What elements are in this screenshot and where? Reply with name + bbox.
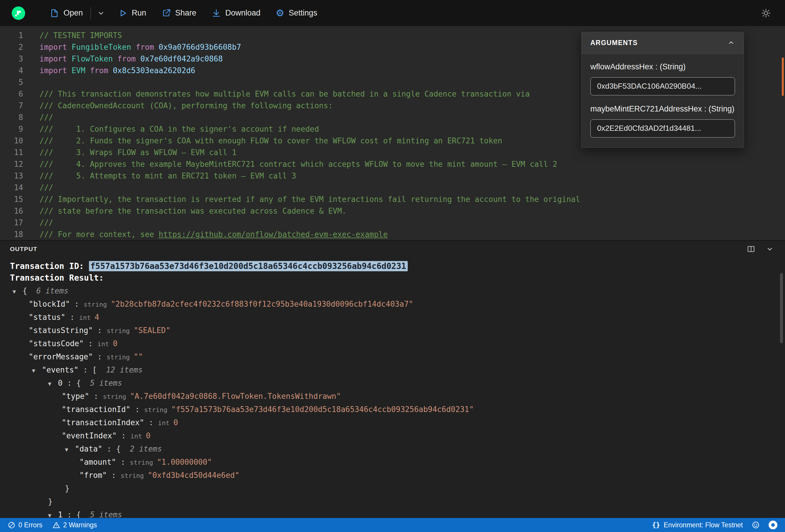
argument-input-wflowAddressHex[interactable]: [590, 77, 735, 95]
json-typ: int: [158, 419, 173, 427]
json-num: 0: [146, 431, 151, 440]
json-colon: :: [102, 445, 116, 453]
theme-toggle-button[interactable]: [759, 8, 773, 18]
json-brace: [: [92, 365, 97, 374]
code-token: FungibleToken: [72, 43, 131, 51]
json-colon: :: [130, 405, 144, 414]
run-button-label: Run: [132, 8, 146, 18]
collapse-toggle-icon[interactable]: ▼: [32, 364, 42, 377]
flow-logo-glyph: [12, 6, 25, 20]
braces-icon: {}: [652, 521, 660, 529]
code-token: /// 3. Wraps FLOW as WFLOW – EVM call 1: [40, 148, 236, 157]
code-token: 0x7e60df042a9c0868: [140, 54, 223, 63]
json-str: "f557a1573b76aa53e73d46f3e10d200d5c18a65…: [171, 405, 474, 414]
transaction-id-value[interactable]: f557a1573b76aa53e73d46f3e10d200d5c18a653…: [89, 261, 408, 271]
run-button[interactable]: Run: [111, 0, 154, 26]
share-icon: [161, 8, 171, 18]
overview-ruler-warning-mark: [782, 58, 784, 96]
collapse-toggle-icon[interactable]: ▼: [48, 377, 58, 390]
split-columns-icon: [747, 245, 755, 253]
collapse-toggle-icon[interactable]: ▼: [65, 443, 75, 456]
json-key: "statusCode": [29, 339, 84, 348]
json-typ: int: [79, 314, 95, 321]
argument-input-maybeMintERC721AddressHex[interactable]: [590, 119, 735, 137]
open-dropdown-button[interactable]: [91, 0, 111, 26]
json-colon: :: [144, 418, 158, 427]
json-colon: :: [84, 339, 98, 348]
errors-count-label: 0 Errors: [19, 521, 43, 529]
environment-indicator[interactable]: {} Environment: Flow Testnet: [652, 521, 743, 529]
chevron-down-icon: [766, 245, 774, 253]
code-text: /// This transaction demonstrates how mu…: [23, 88, 530, 100]
json-tree-line: ▼{ 6 items: [0, 284, 785, 298]
argument-label-wflowAddressHex: wflowAddressHex : (String): [590, 61, 735, 73]
arguments-panel-body: wflowAddressHex : (String) maybeMintERC7…: [582, 54, 744, 148]
json-key: "type": [62, 392, 89, 401]
flow-logo-icon[interactable]: [12, 6, 25, 20]
code-line[interactable]: 15/// Importantly, the transaction is re…: [0, 194, 785, 205]
status-bar-right: {} Environment: Flow Testnet: [652, 521, 777, 529]
json-typ: string: [84, 301, 111, 308]
code-text: /// Importantly, the transaction is reve…: [23, 194, 580, 205]
line-number: 8: [0, 111, 23, 123]
code-token: 0x8c5303eaa26202d6: [113, 66, 195, 75]
code-line[interactable]: 13/// 5. Attempts to mint an ERC721 toke…: [0, 170, 785, 182]
download-icon: [211, 8, 221, 18]
code-line[interactable]: 12/// 4. Approves the example MaybeMintE…: [0, 158, 785, 170]
download-button[interactable]: Download: [204, 0, 268, 26]
code-text: [23, 76, 40, 88]
json-tree-line: ▼"data" : { 2 items: [0, 442, 785, 456]
json-colon: :: [70, 300, 84, 308]
settings-button[interactable]: ⚙ Settings: [268, 0, 325, 26]
code-token: /// 5. Attempts to mint an ERC721 token …: [40, 172, 296, 180]
json-tree-line: "status" : int 4: [0, 311, 785, 324]
code-token: ///: [40, 218, 53, 227]
code-token: from: [131, 43, 159, 51]
open-button[interactable]: Open: [42, 0, 91, 26]
code-line[interactable]: 18/// For more context, see https://gith…: [0, 229, 785, 240]
warnings-status[interactable]: 2 Warnings: [52, 521, 97, 529]
code-line[interactable]: 11/// 3. Wraps FLOW as WFLOW – EVM call …: [0, 147, 785, 158]
json-typ: int: [130, 432, 146, 440]
code-link[interactable]: https://github.com/onflow/batched-evm-ex…: [159, 230, 388, 239]
errors-status[interactable]: 0 Errors: [8, 521, 43, 529]
settings-button-label: Settings: [288, 8, 317, 18]
code-token: EVM: [72, 66, 85, 75]
line-number: 10: [0, 135, 23, 147]
json-tree-line: "blockId" : string "2b28cbfb87da2cfec4f0…: [0, 298, 785, 311]
toolbar: Open Run Share: [0, 0, 785, 26]
flow-playground-app: Open Run Share: [0, 0, 785, 532]
output-header-actions: [746, 244, 775, 254]
arguments-panel-header[interactable]: ARGUMENTS: [582, 32, 744, 54]
chevron-up-icon[interactable]: [727, 39, 735, 47]
code-token: ///: [40, 183, 53, 192]
code-text: // TESTNET IMPORTS: [23, 30, 122, 41]
json-colon: :: [65, 313, 79, 322]
feedback-smiley-icon[interactable]: [752, 521, 760, 529]
line-number: 17: [0, 217, 23, 229]
code-line[interactable]: 16/// state before the transaction was e…: [0, 205, 785, 217]
json-typ: string: [121, 472, 148, 479]
code-line[interactable]: 14///: [0, 182, 785, 194]
json-tree-line: "amount" : string "1.00000000": [0, 456, 785, 469]
split-output-button[interactable]: [746, 244, 756, 254]
flow-network-status-icon[interactable]: [768, 521, 777, 529]
collapse-toggle-icon[interactable]: ▼: [12, 285, 23, 298]
json-num: 0: [113, 339, 118, 348]
code-editor[interactable]: 1// TESTNET IMPORTS2import FungibleToken…: [0, 26, 785, 240]
json-key: "statusString": [29, 326, 93, 335]
code-line[interactable]: 17///: [0, 217, 785, 229]
json-items: 12 items: [97, 365, 143, 374]
json-brace: {: [76, 379, 81, 387]
collapse-output-button[interactable]: [764, 244, 775, 254]
share-button[interactable]: Share: [154, 0, 204, 26]
collapse-toggle-icon[interactable]: ▼: [48, 509, 58, 518]
code-text: /// 3. Wraps FLOW as WFLOW – EVM call 1: [23, 147, 236, 158]
code-token: /// CadenceOwnedAccount (COA), performin…: [40, 101, 333, 110]
output-scrollbar-thumb[interactable]: [780, 273, 783, 343]
flow-network-status-dot: [771, 523, 775, 527]
json-colon: :: [62, 510, 76, 518]
json-typ: string: [106, 354, 134, 361]
json-colon: :: [117, 431, 130, 440]
code-text: import FungibleToken from 0x9a0766d93b66…: [23, 41, 241, 53]
